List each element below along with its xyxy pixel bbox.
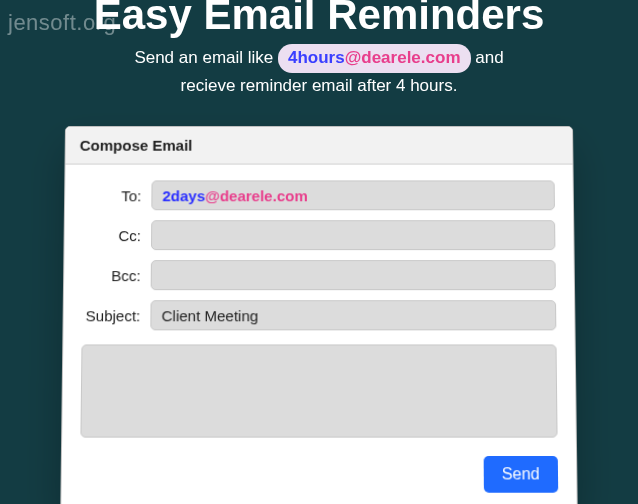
- subject-input[interactable]: [150, 300, 556, 330]
- example-email-pill: 4hours@dearele.com: [278, 44, 470, 73]
- send-button[interactable]: Send: [483, 456, 558, 493]
- cc-input[interactable]: [151, 220, 555, 250]
- example-email-local: 4hours: [288, 48, 345, 67]
- bcc-input[interactable]: [151, 260, 556, 290]
- bcc-label: Bcc:: [82, 267, 141, 284]
- bcc-row: Bcc:: [82, 260, 556, 290]
- example-email-domain: @dearele.com: [345, 48, 461, 67]
- subtitle-text-mid: and: [475, 48, 503, 67]
- cc-label: Cc:: [83, 227, 141, 244]
- subtitle-text-line2: recieve reminder email after 4 hours.: [181, 76, 458, 95]
- page-title: Easy Email Reminders: [0, 0, 638, 36]
- to-value-domain: @dearele.com: [205, 187, 308, 204]
- to-value-local: 2days: [162, 187, 205, 204]
- footer-row: Send: [80, 456, 558, 493]
- subject-row: Subject:: [82, 300, 557, 330]
- page-subtitle: Send an email like 4hours@dearele.com an…: [0, 44, 638, 98]
- to-row: To: 2days@dearele.com: [83, 180, 555, 210]
- card-header: Compose Email: [66, 127, 573, 165]
- body-textarea[interactable]: [80, 344, 557, 437]
- hero-section: Easy Email Reminders Send an email like …: [0, 0, 638, 98]
- subject-label: Subject:: [82, 307, 141, 324]
- subtitle-text-before: Send an email like: [134, 48, 278, 67]
- to-label: To:: [83, 187, 141, 204]
- card-body: To: 2days@dearele.com Cc: Bcc: Subject: …: [61, 165, 577, 504]
- compose-email-card: Compose Email To: 2days@dearele.com Cc: …: [60, 126, 578, 504]
- cc-row: Cc:: [83, 220, 556, 250]
- to-input[interactable]: 2days@dearele.com: [151, 180, 555, 210]
